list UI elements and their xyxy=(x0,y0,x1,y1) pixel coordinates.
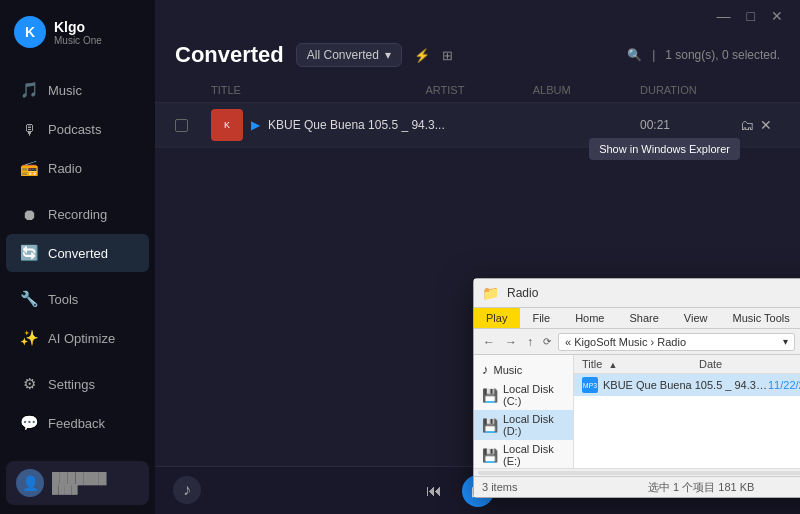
sidebar-item-label: Settings xyxy=(48,377,95,392)
play-song-button[interactable]: ▶ xyxy=(251,118,260,132)
back-button[interactable]: ← xyxy=(480,333,498,351)
filter-dropdown[interactable]: All Converted ▾ xyxy=(296,43,402,67)
app-name: Klgo xyxy=(54,19,102,35)
song-title-cell: K ▶ KBUE Que Buena 105.5 _ 94.3... xyxy=(211,109,445,141)
nav-label: Music xyxy=(494,364,523,376)
col-date-header[interactable]: Date xyxy=(699,358,800,370)
address-path[interactable]: « KigoSoft Music › Radio ▾ xyxy=(558,333,795,351)
music-folder-icon: ♪ xyxy=(482,362,489,377)
ribbon-view-tab[interactable]: View xyxy=(672,308,721,328)
ribbon-home-tab[interactable]: Home xyxy=(563,308,617,328)
col-actions xyxy=(740,84,780,96)
header-right: 🔍 | 1 song(s), 0 selected. xyxy=(627,48,780,62)
items-count: 3 items xyxy=(482,481,517,493)
forward-button[interactable]: → xyxy=(502,333,520,351)
sidebar-item-settings[interactable]: ⚙ Settings xyxy=(6,365,149,403)
scrollbar-track[interactable] xyxy=(478,471,800,475)
explorer-nav: ♪ Music 💾 Local Disk (C:) 💾 Local Disk (… xyxy=(474,355,574,468)
ribbon-play-tab[interactable]: Play xyxy=(474,308,520,328)
explorer-statusbar: 3 items 选中 1 个项目 181 KB ≡ ⊞ xyxy=(474,476,800,497)
user-info: ███████ ████ xyxy=(52,472,139,494)
explorer-body: ♪ Music 💾 Local Disk (C:) 💾 Local Disk (… xyxy=(474,355,800,468)
col-checkbox xyxy=(175,84,211,96)
sidebar-item-ai-optimize[interactable]: ✨ AI Optimize xyxy=(6,319,149,357)
page-title: Converted xyxy=(175,42,284,68)
explorer-title: Radio xyxy=(507,286,800,300)
filter-icon[interactable]: ⚡ xyxy=(414,48,430,63)
ribbon-file-tab[interactable]: File xyxy=(520,308,563,328)
remove-button[interactable]: ✕ xyxy=(760,117,772,133)
open-folder-button[interactable]: 🗂 xyxy=(740,117,754,133)
refresh-button[interactable]: ⟳ xyxy=(540,334,554,349)
ribbon-music-tools-tab[interactable]: Music Tools xyxy=(721,308,801,328)
settings-icon: ⚙ xyxy=(20,375,38,393)
close-button[interactable]: ✕ xyxy=(766,6,788,26)
disk-e-icon: 💾 xyxy=(482,448,498,463)
sidebar-item-label: Recording xyxy=(48,207,107,222)
sidebar-item-label: Podcasts xyxy=(48,122,101,137)
previous-button[interactable]: ⏮ xyxy=(426,482,442,500)
mp3-icon: MP3 xyxy=(582,377,598,393)
sort-icon: ▲ xyxy=(608,360,617,370)
path-dropdown-icon[interactable]: ▾ xyxy=(783,336,788,347)
sidebar-item-feedback[interactable]: 💬 Feedback xyxy=(6,404,149,442)
address-bar: ← → ↑ ⟳ « KigoSoft Music › Radio ▾ ⟳ Sea… xyxy=(474,329,800,355)
radio-icon: 📻 xyxy=(20,159,38,177)
recording-icon: ⏺ xyxy=(20,205,38,223)
grid-icon[interactable]: ⊞ xyxy=(442,48,453,63)
address-text: « KigoSoft Music › Radio xyxy=(565,336,686,348)
sidebar-nav: 🎵 Music 🎙 Podcasts 📻 Radio ⏺ Recording 🔄… xyxy=(0,62,155,451)
file-name-cell: MP3 KBUE Que Buena 105.5 _ 94.3 FM (US O… xyxy=(582,377,768,393)
ribbon-share-tab[interactable]: Share xyxy=(617,308,671,328)
nav-local-d[interactable]: 💾 Local Disk (D:) xyxy=(474,410,573,440)
main-content: — □ ✕ Converted All Converted ▾ ⚡ ⊞ 🔍 | … xyxy=(155,0,800,514)
sidebar-item-tools[interactable]: 🔧 Tools xyxy=(6,280,149,318)
col-duration: DURATION xyxy=(640,84,740,96)
feedback-icon: 💬 xyxy=(20,414,38,432)
sidebar-item-podcasts[interactable]: 🎙 Podcasts xyxy=(6,110,149,148)
files-pane: Title ▲ Date Type MP3 KBUE Que Buena 105… xyxy=(574,355,800,468)
sidebar-item-converted[interactable]: 🔄 Converted xyxy=(6,234,149,272)
table-header: TITLE ARTIST ALBUM DURATION xyxy=(155,78,800,103)
song-duration: 00:21 xyxy=(640,118,740,132)
up-button[interactable]: ↑ xyxy=(524,333,536,351)
nav-local-e[interactable]: 💾 Local Disk (E:) xyxy=(474,440,573,468)
sidebar-item-radio[interactable]: 📻 Radio xyxy=(6,149,149,187)
search-icon[interactable]: 🔍 xyxy=(627,48,642,62)
maximize-button[interactable]: □ xyxy=(742,6,760,26)
song-title: KBUE Que Buena 105.5 _ 94.3... xyxy=(268,118,445,132)
nav-local-c[interactable]: 💾 Local Disk (C:) xyxy=(474,380,573,410)
sidebar-item-music[interactable]: 🎵 Music xyxy=(6,71,149,109)
col-artist: ARTIST xyxy=(426,84,533,96)
divider: | xyxy=(652,48,655,62)
songs-count: 1 song(s), 0 selected. xyxy=(665,48,780,62)
add-music-button[interactable]: ♪ xyxy=(173,476,201,504)
podcasts-icon: 🎙 xyxy=(20,120,38,138)
avatar: 👤 xyxy=(16,469,44,497)
disk-c-icon: 💾 xyxy=(482,388,498,403)
nav-music[interactable]: ♪ Music xyxy=(474,359,573,380)
user-name: ███████ xyxy=(52,472,139,484)
sidebar-item-label: Tools xyxy=(48,292,78,307)
row-checkbox[interactable] xyxy=(175,119,211,132)
app-subtitle: Music One xyxy=(54,35,102,46)
sidebar-item-recording[interactable]: ⏺ Recording xyxy=(6,195,149,233)
sidebar: K Klgo Music One 🎵 Music 🎙 Podcasts 📻 Ra… xyxy=(0,0,155,514)
horizontal-scrollbar[interactable] xyxy=(474,468,800,476)
logo-icon: K xyxy=(14,16,46,48)
disk-d-icon: 💾 xyxy=(482,418,498,433)
explorer-window: 📁 Radio — □ ✕ Play File Home Share View … xyxy=(473,278,800,498)
file-list-header: Title ▲ Date Type xyxy=(574,355,800,374)
user-email: ████ xyxy=(52,484,139,494)
nav-label: Local Disk (E:) xyxy=(503,443,565,467)
sidebar-item-label: AI Optimize xyxy=(48,331,115,346)
file-row[interactable]: MP3 KBUE Que Buena 105.5 _ 94.3 FM (US O… xyxy=(574,374,800,396)
converted-icon: 🔄 xyxy=(20,244,38,262)
row-actions: 🗂 ✕ xyxy=(740,117,780,133)
ribbon-tabs: Play File Home Share View Music Tools ? xyxy=(474,308,800,329)
user-card[interactable]: 👤 ███████ ████ xyxy=(6,461,149,505)
minimize-button[interactable]: — xyxy=(712,6,736,26)
ai-icon: ✨ xyxy=(20,329,38,347)
sidebar-item-label: Music xyxy=(48,83,82,98)
col-title-header[interactable]: Title ▲ xyxy=(582,358,699,370)
